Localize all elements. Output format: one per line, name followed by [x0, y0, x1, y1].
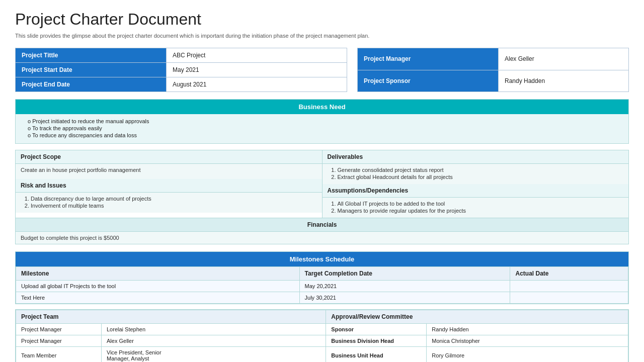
top-section: Project TittleABC ProjectProject Start D…	[15, 48, 629, 92]
row-value: Alex Geller	[499, 48, 629, 70]
cell-actual	[510, 292, 628, 304]
approval-member-name: Rory Gilmore	[427, 347, 628, 363]
approval-member-name: Randy Hadden	[427, 324, 628, 335]
list-item: Data discrepancy due to large amount of …	[31, 196, 317, 202]
list-item: Extract global Headcount details for all…	[338, 174, 624, 180]
assumptions-content: All Global IT projects to be added to th…	[323, 198, 629, 218]
risk-issues-content: Data discrepancy due to large amount of …	[16, 193, 322, 213]
cell-target: July 30,2021	[299, 292, 510, 304]
cell-milestone: Text Here	[16, 292, 300, 304]
list-item: To reduce any discrepancies and data los…	[28, 132, 620, 138]
approval-role: Sponsor	[326, 324, 427, 335]
team-member-name: Alex Geller	[102, 335, 326, 347]
list-item: Project initiated to reduce the manual a…	[28, 118, 620, 124]
page-title: Project Charter Document	[15, 10, 629, 29]
list-item: Involvement of multiple teams	[31, 203, 317, 209]
list-item: Generate consolidated project status rep…	[338, 167, 624, 173]
table-row: Text HereJuly 30,2021	[16, 292, 628, 304]
team-member-name: Lorelai Stephen	[102, 324, 326, 335]
row-label: Project Tittle	[16, 48, 167, 63]
table-row: Project End DateAugust 2021	[16, 77, 347, 92]
cell-actual	[510, 281, 628, 292]
assumptions-header: Assumptions/Dependencies	[323, 184, 629, 198]
row-label: Project Sponsor	[358, 70, 499, 92]
team-role: Team Member	[16, 347, 102, 363]
financials-section: Financials Budget to complete this proje…	[15, 218, 629, 244]
table-row: Project Start DateMay 2021	[16, 63, 347, 77]
business-need-header: Business Need	[16, 100, 628, 114]
row-label: Project Manager	[358, 48, 499, 70]
row-value: May 2021	[167, 63, 347, 77]
milestones-section: Milestones Schedule MilestoneTarget Comp…	[15, 251, 629, 304]
table-row: Project ManagerAlex GellerBusiness Divis…	[16, 335, 628, 347]
approval-role: Business Unit Head	[326, 347, 427, 363]
approval-member-name: Monica Christopher	[427, 335, 628, 347]
table-row: Upload all global IT Projects to the too…	[16, 281, 628, 292]
table-row: Team MemberVice President, Senior Manage…	[16, 347, 628, 363]
list-item: All Global IT projects to be added to th…	[338, 201, 624, 207]
row-value: Randy Hadden	[499, 70, 629, 92]
row-label: Project End Date	[16, 77, 167, 92]
project-info-right-table: Project ManagerAlex GellerProject Sponso…	[357, 48, 629, 92]
column-header: Actual Date	[510, 267, 628, 281]
team-table: Project TeamApproval/Review Committee Pr…	[16, 310, 628, 362]
team-role: Project Manager	[16, 335, 102, 347]
financials-header: Financials	[16, 218, 628, 232]
cell-milestone: Upload all global IT Projects to the too…	[16, 281, 300, 292]
project-scope-content: Create an in house project portfolio man…	[16, 164, 322, 179]
scope-risk-left: Project Scope Create an in house project…	[16, 150, 323, 218]
list-item: To track the approvals easily	[28, 125, 620, 131]
list-item: Managers to provide regular updates for …	[338, 208, 624, 214]
deliverables-assumptions-right: Deliverables Generate consolidated proje…	[323, 150, 629, 218]
team-column-header: Approval/Review Committee	[326, 310, 628, 324]
row-label: Project Start Date	[16, 63, 167, 77]
team-member-name: Vice President, Senior Manager, Analyst	[102, 347, 326, 363]
business-need-section: Business Need Project initiated to reduc…	[15, 99, 629, 144]
milestones-header: Milestones Schedule	[16, 252, 628, 266]
table-row: Project TittleABC Project	[16, 48, 347, 63]
column-header: Milestone	[16, 267, 300, 281]
table-row: Project ManagerLorelai StephenSponsorRan…	[16, 324, 628, 335]
deliverables-header: Deliverables	[323, 150, 629, 164]
risk-issues-header: Risk and Issues	[16, 179, 322, 193]
team-column-header: Project Team	[16, 310, 326, 324]
project-scope-header: Project Scope	[16, 150, 322, 164]
row-value: August 2021	[167, 77, 347, 92]
table-row: Project ManagerAlex Geller	[358, 48, 629, 70]
table-row: Project SponsorRandy Hadden	[358, 70, 629, 92]
financials-content: Budget to complete this project is $5000	[16, 232, 628, 244]
cell-target: May 20,2021	[299, 281, 510, 292]
business-need-content: Project initiated to reduce the manual a…	[16, 114, 628, 143]
column-header: Target Completion Date	[299, 267, 510, 281]
subtitle: This slide provides the glimpse about th…	[15, 33, 629, 39]
row-value: ABC Project	[167, 48, 347, 63]
mid-section: Project Scope Create an in house project…	[15, 150, 629, 218]
project-info-left-table: Project TittleABC ProjectProject Start D…	[15, 48, 347, 92]
team-section: Project TeamApproval/Review Committee Pr…	[15, 309, 629, 362]
deliverables-content: Generate consolidated project status rep…	[323, 164, 629, 184]
team-role: Project Manager	[16, 324, 102, 335]
milestones-table: MilestoneTarget Completion DateActual Da…	[16, 266, 628, 304]
approval-role: Business Division Head	[326, 335, 427, 347]
